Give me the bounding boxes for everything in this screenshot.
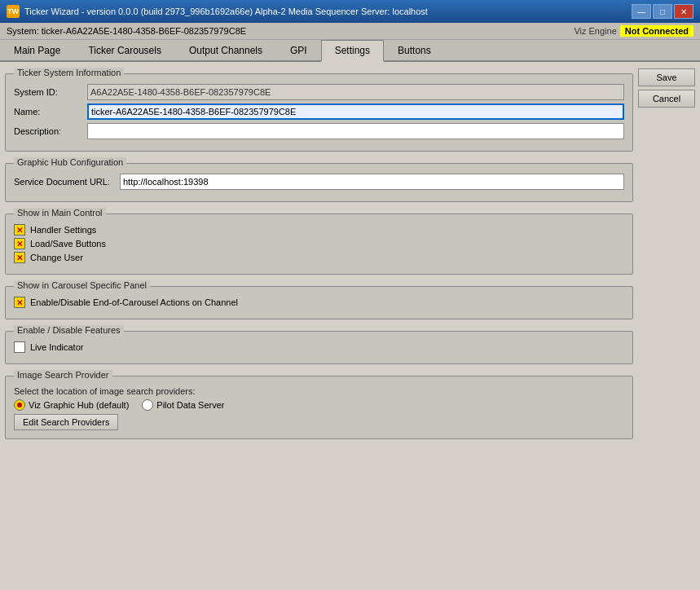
viz-engine-label: Viz Engine — [574, 26, 616, 36]
left-panel: Ticker System Information System ID: Nam… — [5, 67, 633, 582]
change-user-checkbox[interactable]: ✕ — [14, 252, 25, 263]
description-row: Description: — [14, 123, 624, 139]
end-of-carousel-checkbox[interactable]: ✕ — [14, 297, 25, 308]
minimize-button[interactable]: — — [632, 4, 651, 19]
maximize-button[interactable]: □ — [653, 4, 672, 19]
viz-graphic-hub-radio-row: Viz Graphic Hub (default) — [14, 399, 129, 411]
change-user-row: ✕ Change User — [14, 252, 624, 263]
main-content: Ticker System Information System ID: Nam… — [0, 62, 700, 587]
pilot-data-server-label: Pilot Data Server — [156, 400, 224, 410]
ticker-system-title: Ticker System Information — [14, 68, 124, 77]
tab-bar: Main Page Ticker Carousels Output Channe… — [0, 40, 700, 62]
tab-main-page[interactable]: Main Page — [0, 40, 74, 60]
cancel-button[interactable]: Cancel — [638, 90, 695, 108]
ticker-system-group: Ticker System Information System ID: Nam… — [5, 73, 633, 152]
title-bar-controls: — □ ✕ — [632, 4, 693, 19]
viz-graphic-hub-radio[interactable] — [14, 399, 25, 411]
graphic-hub-group: Graphic Hub Configuration Service Docume… — [5, 163, 633, 202]
pilot-data-server-radio[interactable] — [142, 399, 153, 411]
title-bar: TW Ticker Wizard - version 0.0.0 (build … — [0, 0, 700, 23]
end-of-carousel-row: ✕ Enable/Disable End-of-Carousel Actions… — [14, 297, 624, 308]
close-button[interactable]: ✕ — [674, 4, 693, 19]
pilot-data-server-radio-row: Pilot Data Server — [142, 399, 224, 411]
tab-settings[interactable]: Settings — [321, 40, 384, 62]
tab-ticker-carousels[interactable]: Ticker Carousels — [74, 40, 175, 60]
viz-graphic-hub-label: Viz Graphic Hub (default) — [29, 400, 129, 410]
handler-settings-label: Handler Settings — [30, 225, 96, 235]
load-save-buttons-checkbox[interactable]: ✕ — [14, 238, 25, 249]
system-bar: System: ticker-A6A22A5E-1480-4358-B6EF-0… — [0, 23, 700, 40]
system-id-input[interactable] — [87, 84, 624, 100]
edit-search-providers-button[interactable]: Edit Search Providers — [14, 414, 118, 430]
handler-settings-checkbox[interactable]: ✕ — [14, 224, 25, 236]
name-row: Name: — [14, 103, 624, 120]
tab-output-channels[interactable]: Output Channels — [175, 40, 276, 60]
tab-gpi[interactable]: GPI — [276, 40, 321, 60]
load-save-buttons-row: ✕ Load/Save Buttons — [14, 238, 624, 249]
image-search-sublabel: Select the location of image search prov… — [14, 386, 624, 396]
title-bar-text: Ticker Wizard - version 0.0.0 (build 297… — [24, 7, 632, 16]
image-search-title: Image Search Provider — [14, 370, 112, 380]
description-input[interactable] — [87, 123, 624, 139]
name-input[interactable] — [87, 103, 624, 120]
viz-engine-status: Not Connected — [620, 25, 693, 37]
save-button[interactable]: Save — [638, 68, 695, 86]
app-icon: TW — [7, 5, 20, 18]
show-in-carousel-group: Show in Carousel Specific Panel ✕ Enable… — [5, 286, 633, 319]
image-search-radio-group: Viz Graphic Hub (default) Pilot Data Ser… — [14, 399, 624, 411]
enable-disable-title: Enable / Disable Features — [14, 325, 124, 335]
viz-engine-badge: Viz Engine Not Connected — [574, 25, 693, 37]
system-id-label: System: ticker-A6A22A5E-1480-4358-B6EF-0… — [7, 26, 246, 36]
live-indicator-checkbox[interactable] — [14, 341, 25, 353]
name-field-label: Name: — [14, 107, 87, 117]
live-indicator-label: Live Indicator — [30, 342, 83, 352]
description-field-label: Description: — [14, 126, 87, 136]
live-indicator-row: Live Indicator — [14, 341, 624, 353]
handler-settings-row: ✕ Handler Settings — [14, 224, 624, 236]
service-url-input[interactable] — [120, 174, 624, 190]
service-url-label: Service Document URL: — [14, 177, 120, 187]
load-save-buttons-label: Load/Save Buttons — [30, 239, 106, 249]
change-user-label: Change User — [30, 253, 83, 262]
end-of-carousel-label: Enable/Disable End-of-Carousel Actions o… — [30, 297, 238, 307]
show-in-main-group: Show in Main Control ✕ Handler Settings … — [5, 214, 633, 275]
tab-buttons[interactable]: Buttons — [384, 40, 445, 60]
right-panel: Save Cancel — [638, 67, 695, 582]
show-in-carousel-title: Show in Carousel Specific Panel — [14, 280, 150, 290]
system-id-row: System ID: — [14, 84, 624, 100]
graphic-hub-title: Graphic Hub Configuration — [14, 157, 126, 167]
system-id-field-label: System ID: — [14, 87, 87, 97]
show-in-main-title: Show in Main Control — [14, 208, 106, 218]
service-url-row: Service Document URL: — [14, 174, 624, 190]
image-search-group: Image Search Provider Select the locatio… — [5, 376, 633, 439]
enable-disable-group: Enable / Disable Features Live Indicator — [5, 331, 633, 364]
